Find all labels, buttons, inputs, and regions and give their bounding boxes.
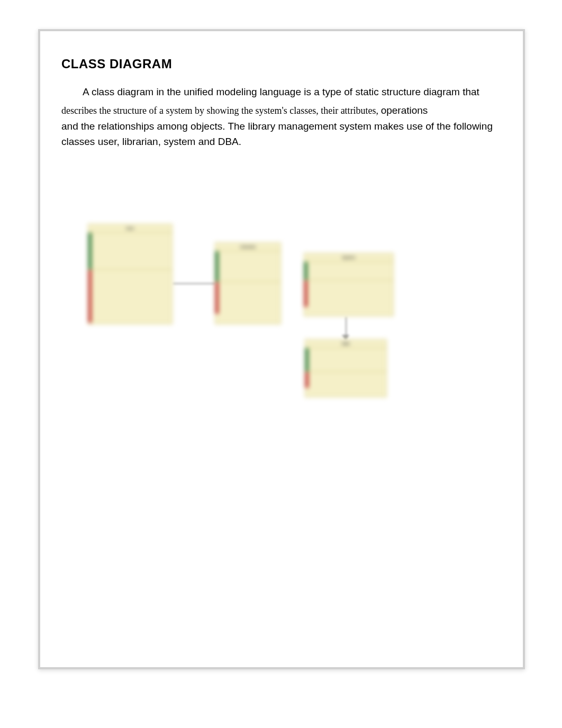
uml-class-system-attributes [304, 262, 393, 280]
uml-class-system-title: System [304, 253, 393, 262]
uml-class-user-title: User [88, 224, 172, 233]
class-diagram-area: User Librarian System DBA [61, 224, 523, 435]
uml-class-dba: DBA [305, 339, 387, 397]
uml-class-dba-title: DBA [305, 340, 386, 348]
page-heading: CLASS DIAGRAM [61, 57, 523, 71]
connection-user-librarian [173, 283, 215, 284]
uml-class-user-attributes [88, 233, 172, 270]
paragraph-line-1: A class diagram in the unified modeling … [61, 84, 523, 99]
uml-class-dba-operations [305, 372, 386, 388]
document-page: CLASS DIAGRAM A class diagram in the uni… [38, 29, 525, 669]
uml-class-librarian: Librarian [215, 242, 281, 324]
uml-class-system-operations [304, 280, 393, 307]
uml-class-librarian-title: Librarian [215, 243, 280, 251]
paragraph-line-2: describes the structure of a system by s… [61, 103, 523, 118]
paragraph-line-4: classes user, librarian, system and DBA. [61, 134, 523, 149]
uml-class-system: System [304, 253, 394, 316]
uml-class-dba-attributes [305, 348, 386, 372]
uml-class-librarian-attributes [215, 251, 280, 282]
uml-class-user: User [88, 224, 173, 324]
paragraph-block: A class diagram in the unified modeling … [61, 84, 523, 150]
paragraph-line-3: and the relationships among objects. The… [61, 119, 523, 134]
uml-class-librarian-operations [215, 282, 280, 314]
uml-class-user-operations [88, 270, 172, 323]
